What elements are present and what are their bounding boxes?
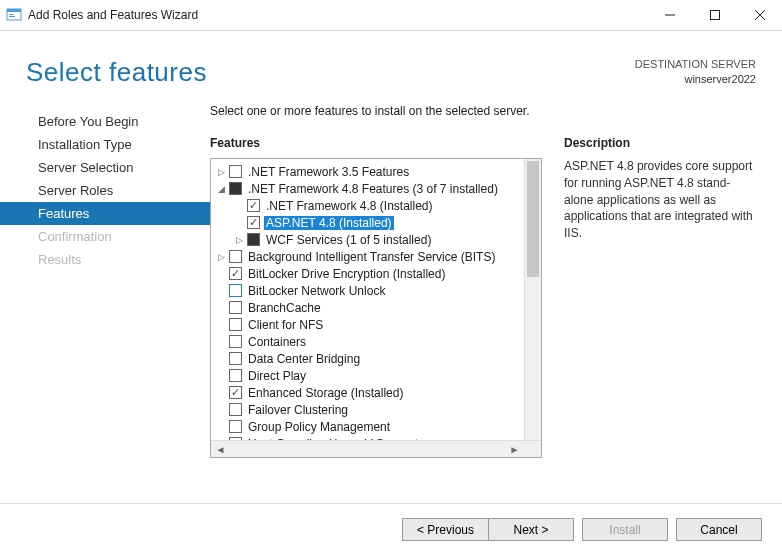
description-text: ASP.NET 4.8 provides core support for ru… (564, 158, 758, 242)
next-button[interactable]: Next > (488, 518, 574, 541)
tree-row[interactable]: Data Center Bridging (211, 350, 541, 367)
scrollbar-thumb[interactable] (527, 161, 539, 277)
svg-rect-5 (710, 11, 719, 20)
previous-button[interactable]: < Previous (402, 518, 488, 541)
description-column: Description ASP.NET 4.8 provides core su… (564, 136, 758, 458)
tree-row[interactable]: BitLocker Drive Encryption (Installed) (211, 265, 541, 282)
tree-row[interactable]: Failover Clustering (211, 401, 541, 418)
tree-row[interactable]: Direct Play (211, 367, 541, 384)
svg-rect-3 (9, 16, 15, 17)
checkbox[interactable] (247, 216, 260, 229)
main-content: Select one or more features to install o… (210, 102, 782, 458)
collapse-icon[interactable]: ◢ (215, 184, 227, 194)
tree-item-label[interactable]: Host Guardian Hyper-V Support (246, 437, 420, 441)
tree-item-label[interactable]: Group Policy Management (246, 420, 392, 434)
features-tree: ▷.NET Framework 3.5 Features◢.NET Framew… (210, 158, 542, 458)
tree-row[interactable]: ▷WCF Services (1 of 5 installed) (211, 231, 541, 248)
tree-row[interactable]: ASP.NET 4.8 (Installed) (211, 214, 541, 231)
tree-row[interactable]: Client for NFS (211, 316, 541, 333)
tree-row[interactable]: ▷Background Intelligent Transfer Service… (211, 248, 541, 265)
checkbox[interactable] (229, 352, 242, 365)
window-controls (647, 0, 782, 30)
sidebar-item-server-selection[interactable]: Server Selection (0, 156, 210, 179)
tree-item-label[interactable]: Containers (246, 335, 308, 349)
tree-item-label[interactable]: Data Center Bridging (246, 352, 362, 366)
svg-rect-1 (7, 9, 21, 12)
checkbox[interactable] (229, 284, 242, 297)
tree-row[interactable]: BitLocker Network Unlock (211, 282, 541, 299)
description-label: Description (564, 136, 758, 150)
tree-item-label[interactable]: Enhanced Storage (Installed) (246, 386, 405, 400)
scroll-left-icon[interactable]: ◄ (213, 444, 228, 455)
checkbox[interactable] (229, 318, 242, 331)
install-button[interactable]: Install (582, 518, 668, 541)
columns: Features ▷.NET Framework 3.5 Features◢.N… (210, 136, 758, 458)
tree-item-label[interactable]: .NET Framework 3.5 Features (246, 165, 411, 179)
tree-item-label[interactable]: .NET Framework 4.8 (Installed) (264, 199, 435, 213)
expand-icon[interactable]: ▷ (215, 167, 227, 177)
close-button[interactable] (737, 0, 782, 30)
tree-viewport[interactable]: ▷.NET Framework 3.5 Features◢.NET Framew… (211, 159, 541, 440)
nav-button-pair: < Previous Next > (402, 518, 574, 541)
minimize-button[interactable] (647, 0, 692, 30)
tree-item-label[interactable]: WCF Services (1 of 5 installed) (264, 233, 433, 247)
horizontal-scrollbar[interactable]: ◄ ► (211, 440, 541, 457)
sidebar-item-features[interactable]: Features (0, 202, 210, 225)
checkbox[interactable] (247, 199, 260, 212)
features-label: Features (210, 136, 542, 150)
checkbox[interactable] (229, 165, 242, 178)
tree-item-label[interactable]: Failover Clustering (246, 403, 350, 417)
tree-item-label[interactable]: Direct Play (246, 369, 308, 383)
svg-rect-2 (9, 14, 13, 15)
tree-item-label[interactable]: BranchCache (246, 301, 323, 315)
titlebar-left: Add Roles and Features Wizard (6, 7, 198, 23)
features-column: Features ▷.NET Framework 3.5 Features◢.N… (210, 136, 542, 458)
sidebar-item-installation-type[interactable]: Installation Type (0, 133, 210, 156)
checkbox[interactable] (229, 301, 242, 314)
tree-item-label[interactable]: ASP.NET 4.8 (Installed) (264, 216, 394, 230)
titlebar-divider (0, 30, 782, 31)
checkbox[interactable] (229, 369, 242, 382)
tree-item-label[interactable]: BitLocker Drive Encryption (Installed) (246, 267, 447, 281)
checkbox[interactable] (229, 403, 242, 416)
checkbox[interactable] (229, 437, 242, 440)
wizard-window: Add Roles and Features Wizard Select fea… (0, 0, 782, 555)
window-title: Add Roles and Features Wizard (28, 8, 198, 22)
checkbox[interactable] (229, 182, 242, 195)
tree-row[interactable]: ◢.NET Framework 4.8 Features (3 of 7 ins… (211, 180, 541, 197)
sidebar-item-confirmation: Confirmation (0, 225, 210, 248)
checkbox[interactable] (247, 233, 260, 246)
instruction-text: Select one or more features to install o… (210, 104, 758, 118)
maximize-button[interactable] (692, 0, 737, 30)
body: Before You BeginInstallation TypeServer … (0, 102, 782, 458)
destination-label: DESTINATION SERVER (635, 57, 756, 72)
sidebar: Before You BeginInstallation TypeServer … (0, 102, 210, 458)
tree-item-label[interactable]: BitLocker Network Unlock (246, 284, 387, 298)
sidebar-item-before-you-begin[interactable]: Before You Begin (0, 110, 210, 133)
cancel-button[interactable]: Cancel (676, 518, 762, 541)
expand-icon[interactable]: ▷ (215, 252, 227, 262)
footer: < Previous Next > Install Cancel (0, 503, 782, 555)
tree-item-label[interactable]: Client for NFS (246, 318, 325, 332)
tree-item-label[interactable]: Background Intelligent Transfer Service … (246, 250, 497, 264)
tree-row[interactable]: .NET Framework 4.8 (Installed) (211, 197, 541, 214)
tree-row[interactable]: Group Policy Management (211, 418, 541, 435)
vertical-scrollbar[interactable] (524, 159, 541, 440)
tree-row[interactable]: Enhanced Storage (Installed) (211, 384, 541, 401)
checkbox[interactable] (229, 250, 242, 263)
tree-row[interactable]: Host Guardian Hyper-V Support (211, 435, 541, 440)
tree-row[interactable]: Containers (211, 333, 541, 350)
tree-item-label[interactable]: .NET Framework 4.8 Features (3 of 7 inst… (246, 182, 500, 196)
tree-row[interactable]: BranchCache (211, 299, 541, 316)
checkbox[interactable] (229, 267, 242, 280)
header: Select features DESTINATION SERVER winse… (0, 33, 782, 102)
sidebar-item-server-roles[interactable]: Server Roles (0, 179, 210, 202)
tree-row[interactable]: ▷.NET Framework 3.5 Features (211, 163, 541, 180)
app-icon (6, 7, 22, 23)
checkbox[interactable] (229, 335, 242, 348)
checkbox[interactable] (229, 420, 242, 433)
checkbox[interactable] (229, 386, 242, 399)
page-title: Select features (26, 57, 207, 88)
scroll-right-icon[interactable]: ► (507, 444, 522, 455)
expand-icon[interactable]: ▷ (233, 235, 245, 245)
